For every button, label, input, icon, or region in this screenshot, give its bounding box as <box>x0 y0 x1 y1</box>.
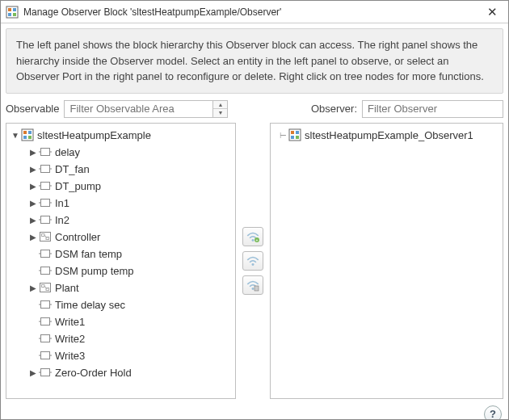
tree-root-label: sltestHeatpumpExample <box>37 129 151 141</box>
block-icon <box>39 315 52 328</box>
tree-item-label: delay <box>55 146 80 158</box>
tree-item-label: Time delay sec <box>55 299 125 311</box>
tree-item[interactable]: DSM pump temp <box>26 262 233 279</box>
chevron-down-icon[interactable] <box>10 131 21 140</box>
tree-item-label: Plant <box>55 282 79 294</box>
close-button[interactable]: ✕ <box>481 4 503 20</box>
tree-item[interactable]: In1 <box>26 195 233 212</box>
stepper-up-icon[interactable]: ▲ <box>213 101 227 110</box>
observer-label: Observer: <box>311 103 357 115</box>
delete-observer-button[interactable] <box>242 275 263 295</box>
tree-item-label: Controller <box>55 231 100 243</box>
observer-root-label: sltestHeatpumpExample_Observer1 <box>305 129 473 141</box>
tree-item[interactable]: Write2 <box>26 330 233 347</box>
help-button[interactable]: ? <box>484 405 502 421</box>
app-icon <box>6 6 19 19</box>
stepper-down-icon[interactable]: ▼ <box>213 109 227 117</box>
chevron-right-icon[interactable] <box>27 199 39 208</box>
titlebar: Manage Observer Block 'sltestHeatpumpExa… <box>1 1 508 23</box>
block-icon <box>39 349 52 362</box>
tree-root[interactable]: sltestHeatpumpExample <box>8 127 233 144</box>
add-observer-button[interactable]: + <box>242 227 263 246</box>
tree-item-label: Write1 <box>55 316 85 328</box>
filter-row: Observable ▲ ▼ Observer: <box>1 97 508 123</box>
chevron-right-icon[interactable] <box>27 182 39 191</box>
observable-tree: sltestHeatpumpExample delayDT_fanDT_pump… <box>6 124 235 384</box>
block-icon <box>39 247 52 260</box>
observable-stepper[interactable]: ▲ ▼ <box>213 100 228 118</box>
svg-rect-15 <box>254 286 259 291</box>
window-title: Manage Observer Block 'sltestHeatpumpExa… <box>23 6 481 18</box>
instructions-panel: The left panel shows the block hierarchy… <box>6 28 503 94</box>
tree-item[interactable]: DT_fan <box>26 161 233 178</box>
tree-item[interactable]: delay <box>26 144 233 161</box>
block-icon <box>39 298 52 311</box>
chevron-right-icon[interactable] <box>27 284 39 292</box>
tree-item-label: DT_pump <box>55 180 101 192</box>
observable-label: Observable <box>6 103 59 115</box>
tree-item-label: In1 <box>55 197 69 209</box>
chevron-right-icon[interactable] <box>27 165 39 174</box>
svg-text:+: + <box>256 237 259 242</box>
tree-item-label: Zero-Order Hold <box>55 367 132 379</box>
chevron-right-icon[interactable] <box>27 148 39 157</box>
block-icon <box>39 145 52 158</box>
observer-tree-panel[interactable]: ⊢ sltestHeatpumpExample_Observer1 <box>270 123 503 399</box>
middle-toolbar: + <box>236 123 270 399</box>
observer-filter-input[interactable] <box>362 100 503 118</box>
block-icon <box>39 213 52 226</box>
tree-connector: ⊢ <box>277 131 288 140</box>
tree-item[interactable]: In2 <box>26 212 233 229</box>
observable-tree-panel[interactable]: sltestHeatpumpExample delayDT_fanDT_pump… <box>6 123 236 399</box>
chevron-right-icon[interactable] <box>27 233 39 242</box>
tree-item-label: DT_fan <box>55 163 90 175</box>
observer-tree: ⊢ sltestHeatpumpExample_Observer1 <box>271 124 503 147</box>
tree-item[interactable]: Write1 <box>26 313 233 330</box>
block-icon <box>39 162 52 175</box>
tree-item[interactable]: DT_pump <box>26 178 233 195</box>
footer: ? <box>1 404 508 421</box>
block-icon <box>39 366 52 379</box>
tree-item[interactable]: DSM fan temp <box>26 246 233 262</box>
model-icon <box>21 128 34 141</box>
tree-item[interactable]: Write3 <box>26 347 233 364</box>
tree-item[interactable]: Zero-Order Hold <box>26 364 233 381</box>
observable-filter-input[interactable] <box>64 100 213 118</box>
chevron-right-icon[interactable] <box>27 368 39 377</box>
tree-item-label: Write2 <box>55 333 85 345</box>
tree-item[interactable]: Time delay sec <box>26 296 233 313</box>
help-icon: ? <box>490 408 496 420</box>
configure-observer-button[interactable] <box>242 251 263 271</box>
tree-item[interactable]: Controller <box>26 229 233 246</box>
main-area: sltestHeatpumpExample delayDT_fanDT_pump… <box>1 123 508 404</box>
subsystem-icon <box>39 230 52 243</box>
instructions-text: The left panel shows the block hierarchy… <box>16 39 484 82</box>
observer-root[interactable]: ⊢ sltestHeatpumpExample_Observer1 <box>272 127 501 144</box>
model-icon <box>288 128 301 141</box>
block-icon <box>39 264 52 277</box>
block-icon <box>39 196 52 209</box>
tree-item-label: DSM pump temp <box>55 265 134 277</box>
block-icon <box>39 332 52 345</box>
subsystem-icon <box>39 281 52 294</box>
chevron-right-icon[interactable] <box>27 216 39 225</box>
block-icon <box>39 179 52 192</box>
tree-item[interactable]: Plant <box>26 279 233 296</box>
tree-item-label: In2 <box>55 214 69 226</box>
tree-item-label: Write3 <box>55 350 85 362</box>
tree-item-label: DSM fan temp <box>55 248 122 260</box>
